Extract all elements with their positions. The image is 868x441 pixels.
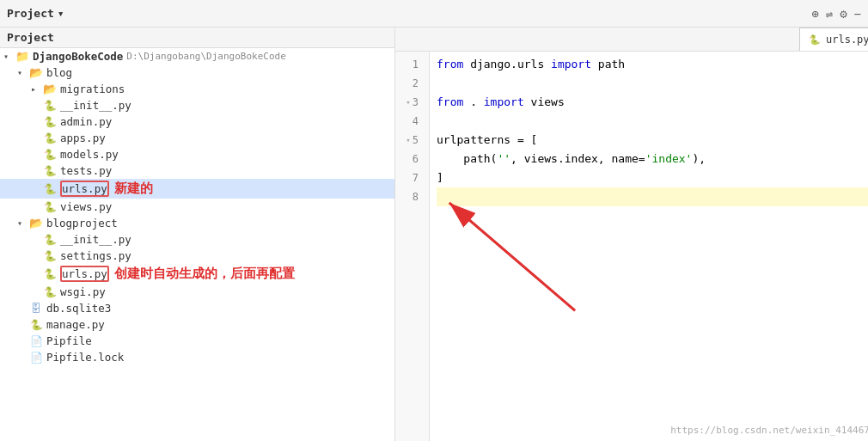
item-label: models.py bbox=[60, 148, 119, 161]
item-label: tests.py bbox=[60, 164, 112, 177]
item-label-boxed: urls.py bbox=[60, 181, 109, 197]
sidebar: Project ▾📁DjangoBokeCodeD:\Djangobang\Dj… bbox=[0, 28, 395, 441]
line-numbers: 12▾34▾5678 bbox=[395, 52, 430, 441]
code-token: , views.index, name= bbox=[510, 150, 645, 168]
line-number-6: 6 bbox=[402, 150, 422, 168]
item-label: settings.py bbox=[60, 249, 131, 262]
pip-file-icon: 📄 bbox=[29, 335, 43, 347]
line-number-7: 7 bbox=[402, 168, 422, 187]
py-file-icon: 🐍 bbox=[43, 286, 57, 298]
code-line-7: ] bbox=[437, 168, 868, 187]
keyword-token: import bbox=[551, 55, 591, 74]
tree-item-settings[interactable]: 🐍settings.py bbox=[0, 248, 394, 264]
annotation-text: 创建时自动生成的，后面再配置 bbox=[114, 266, 295, 282]
code-token: ), bbox=[692, 150, 706, 168]
code-line-8 bbox=[437, 187, 868, 206]
py-file-icon: 🐍 bbox=[43, 132, 57, 144]
editor-tab[interactable]: 🐍 urls.py × bbox=[799, 28, 868, 51]
tree-item-manage[interactable]: 🐍manage.py bbox=[0, 316, 394, 333]
item-label: blog bbox=[46, 66, 72, 79]
code-token: path( bbox=[437, 150, 497, 168]
item-label: admin.py bbox=[60, 115, 112, 128]
code-token: urlpatterns = [ bbox=[437, 131, 537, 150]
expand-arrow: ▸ bbox=[31, 84, 43, 94]
item-label: DjangoBokeCode bbox=[33, 50, 123, 63]
watermark: https://blog.csdn.net/weixin_41446786 bbox=[670, 425, 868, 436]
item-label: wsgi.py bbox=[60, 285, 106, 298]
tree-item-tests[interactable]: 🐍tests.py bbox=[0, 162, 394, 179]
expand-arrow: ▾ bbox=[3, 52, 15, 61]
tree-item-pipfile_lock[interactable]: 📄Pipfile.lock bbox=[0, 349, 394, 365]
code-content[interactable]: from django.urls import path from . impo… bbox=[430, 52, 868, 441]
item-label: manage.py bbox=[46, 318, 105, 331]
item-label: __init__.py bbox=[60, 233, 131, 246]
title-bar: Project ▾ ⊕ ⇌ ⚙ − bbox=[0, 0, 868, 28]
settings-icon[interactable]: ⚙ bbox=[840, 7, 847, 21]
minimize-icon[interactable]: − bbox=[854, 7, 861, 21]
py-file-icon: 🐍 bbox=[43, 116, 57, 128]
project-label: Project bbox=[7, 7, 54, 20]
expand-arrow: ▾ bbox=[17, 218, 29, 228]
code-line-5: urlpatterns = [ bbox=[437, 131, 868, 150]
main-content: Project ▾📁DjangoBokeCodeD:\Djangobang\Dj… bbox=[0, 28, 868, 441]
line-number-3: ▾3 bbox=[402, 93, 422, 112]
sync-icon[interactable]: ⇌ bbox=[826, 7, 833, 21]
file-tree: ▾📁DjangoBokeCodeD:\Djangobang\DjangoBoke… bbox=[0, 48, 394, 365]
tree-item-urls_project[interactable]: 🐍urls.py创建时自动生成的，后面再配置 bbox=[0, 264, 394, 284]
tree-item-blogproject[interactable]: ▾📂blogproject bbox=[0, 215, 394, 231]
tree-item-init_blog[interactable]: 🐍__init__.py bbox=[0, 97, 394, 113]
code-token: ] bbox=[437, 168, 443, 187]
py-file-icon: 🐍 bbox=[43, 250, 57, 262]
py-file-icon: 🐍 bbox=[43, 165, 57, 177]
tree-item-apps[interactable]: 🐍apps.py bbox=[0, 130, 394, 146]
tree-item-urls_blog[interactable]: 🐍urls.py新建的 bbox=[0, 179, 394, 199]
tree-item-blog[interactable]: ▾📂blog bbox=[0, 64, 394, 81]
folder-icon: 📂 bbox=[29, 217, 43, 230]
tree-item-wsgi[interactable]: 🐍wsgi.py bbox=[0, 284, 394, 300]
tree-item-db_sqlite[interactable]: 🗄db.sqlite3 bbox=[0, 300, 394, 316]
code-line-6: path('', views.index, name='index'), bbox=[437, 150, 868, 168]
tree-item-pipfile[interactable]: 📄Pipfile bbox=[0, 333, 394, 349]
code-token: django.urls bbox=[463, 55, 551, 74]
py-file-icon: 🐍 bbox=[43, 201, 57, 213]
tree-item-djangobokecode[interactable]: ▾📁DjangoBokeCodeD:\Djangobang\DjangoBoke… bbox=[0, 48, 394, 64]
tree-item-init_project[interactable]: 🐍__init__.py bbox=[0, 231, 394, 248]
py-file-icon: 🐍 bbox=[29, 319, 43, 331]
item-label: migrations bbox=[60, 83, 125, 95]
tab-bar: 🐍 urls.py × bbox=[395, 28, 868, 52]
py-file-icon: 🐍 bbox=[43, 234, 57, 246]
folder-icon: 📂 bbox=[43, 83, 57, 95]
line-number-8: 8 bbox=[402, 187, 422, 206]
tree-item-migrations[interactable]: ▸📂migrations bbox=[0, 81, 394, 97]
code-line-1: from django.urls import path bbox=[437, 55, 868, 74]
root-path: D:\Djangobang\DjangoBokeCode bbox=[126, 51, 285, 62]
code-line-2 bbox=[437, 74, 868, 93]
py-file-icon: 🐍 bbox=[43, 183, 57, 195]
item-label: Pipfile bbox=[46, 334, 92, 347]
code-token: . bbox=[463, 93, 483, 112]
code-token: views bbox=[524, 93, 565, 112]
keyword-token: from bbox=[437, 55, 463, 74]
tree-item-admin[interactable]: 🐍admin.py bbox=[0, 113, 394, 130]
add-icon[interactable]: ⊕ bbox=[811, 7, 818, 21]
project-dropdown-arrow[interactable]: ▾ bbox=[58, 7, 64, 20]
tree-item-views[interactable]: 🐍views.py bbox=[0, 199, 394, 215]
tab-filename: urls.py bbox=[826, 34, 868, 46]
py-file-icon: 🐍 bbox=[43, 149, 57, 161]
code-line-4 bbox=[437, 112, 868, 131]
tree-item-models[interactable]: 🐍models.py bbox=[0, 146, 394, 162]
sidebar-title: Project bbox=[7, 31, 54, 44]
item-label: views.py bbox=[60, 200, 112, 213]
tab-file-icon: 🐍 bbox=[809, 34, 821, 46]
item-label: __init__.py bbox=[60, 99, 131, 112]
line-number-2: 2 bbox=[402, 74, 422, 93]
folder-icon: 📂 bbox=[29, 66, 43, 79]
db-file-icon: 🗄 bbox=[29, 303, 43, 315]
editor-wrapper: 🐍 urls.py × 12▾34▾5678 from django.urls … bbox=[395, 28, 868, 441]
pip-file-icon: 📄 bbox=[29, 352, 43, 364]
line-number-1: 1 bbox=[402, 55, 422, 74]
line-number-5: ▾5 bbox=[402, 131, 422, 150]
keyword-token: from bbox=[437, 93, 463, 112]
code-line-3: from . import views bbox=[437, 93, 868, 112]
line-number-4: 4 bbox=[402, 112, 422, 131]
